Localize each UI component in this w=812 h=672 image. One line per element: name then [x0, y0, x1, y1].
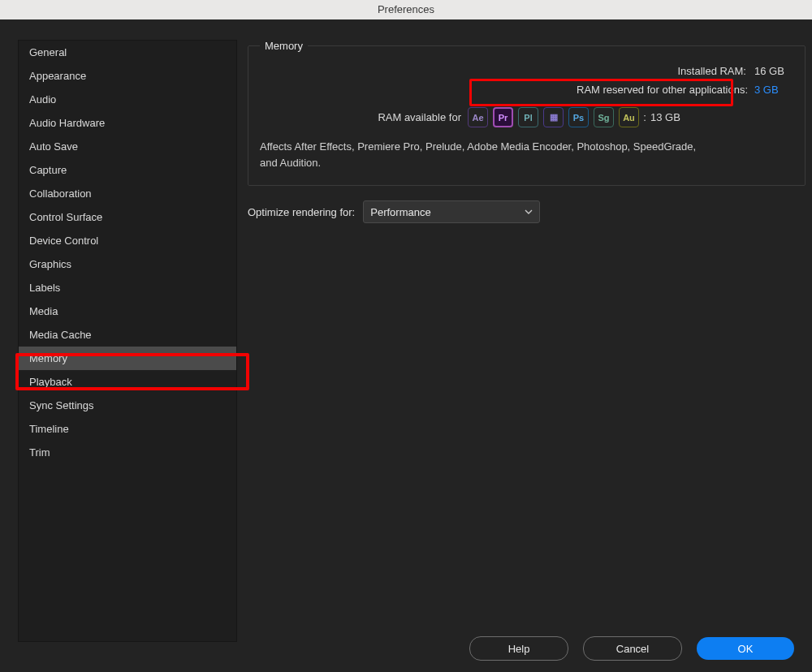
ok-button[interactable]: OK	[697, 637, 794, 660]
sidebar-item-graphics[interactable]: Graphics	[19, 252, 236, 276]
optimize-value: Performance	[370, 206, 430, 218]
available-ram-label: RAM available for	[260, 111, 468, 123]
reserved-ram-label: RAM reserved for other applications:	[260, 84, 754, 96]
sidebar-item-audio-hardware[interactable]: Audio Hardware	[19, 111, 236, 135]
reserved-ram-row: RAM reserved for other applications: 3 G…	[260, 84, 793, 96]
media-encoder-icon: ▦	[543, 107, 564, 127]
reserved-ram-value[interactable]: 3 GB	[754, 84, 793, 96]
optimize-row: Optimize rendering for: Performance	[248, 200, 806, 223]
sidebar-item-appearance[interactable]: Appearance	[19, 64, 236, 88]
memory-note: Affects After Effects, Premiere Pro, Pre…	[260, 139, 715, 170]
cancel-button[interactable]: Cancel	[583, 636, 682, 661]
sidebar-item-general[interactable]: General	[19, 41, 236, 64]
preferences-window: General Appearance Audio Audio Hardware …	[0, 19, 812, 672]
window-title: Preferences	[378, 3, 434, 15]
sidebar-item-audio[interactable]: Audio	[19, 88, 236, 111]
dialog-footer: Help Cancel OK	[0, 635, 812, 662]
memory-group: Memory Installed RAM: 16 GB RAM reserved…	[248, 40, 806, 186]
sidebar-item-collaboration[interactable]: Collaboration	[19, 182, 236, 205]
installed-ram-value: 16 GB	[754, 65, 793, 77]
sidebar-item-trim[interactable]: Trim	[19, 441, 236, 464]
sidebar: General Appearance Audio Audio Hardware …	[18, 40, 237, 642]
sidebar-item-playback[interactable]: Playback	[19, 370, 236, 394]
sidebar-item-media[interactable]: Media	[19, 299, 236, 323]
audition-icon: Au	[619, 107, 639, 127]
content-area: Memory Installed RAM: 16 GB RAM reserved…	[248, 40, 806, 223]
sidebar-item-media-cache[interactable]: Media Cache	[19, 323, 236, 347]
sidebar-item-device-control[interactable]: Device Control	[19, 229, 236, 252]
available-colon: :	[639, 111, 650, 123]
sidebar-item-timeline[interactable]: Timeline	[19, 417, 236, 441]
available-ram-value: 13 GB	[650, 111, 689, 123]
prelude-icon: Pl	[518, 107, 538, 127]
memory-legend: Memory	[260, 40, 308, 52]
installed-ram-label: Installed RAM:	[260, 65, 754, 77]
optimize-select[interactable]: Performance	[363, 200, 540, 223]
available-ram-row: RAM available for Ae Pr Pl ▦ Ps Sg Au : …	[260, 107, 793, 127]
sidebar-item-control-surface[interactable]: Control Surface	[19, 205, 236, 229]
installed-ram-row: Installed RAM: 16 GB	[260, 65, 793, 77]
help-button[interactable]: Help	[469, 636, 568, 661]
sidebar-item-sync-settings[interactable]: Sync Settings	[19, 394, 236, 417]
titlebar: Preferences	[0, 0, 812, 19]
optimize-label: Optimize rendering for:	[248, 206, 355, 218]
photoshop-icon: Ps	[568, 107, 589, 127]
chevron-down-icon	[525, 208, 533, 216]
sidebar-item-labels[interactable]: Labels	[19, 276, 236, 299]
sidebar-item-auto-save[interactable]: Auto Save	[19, 135, 236, 158]
sidebar-item-capture[interactable]: Capture	[19, 158, 236, 182]
speedgrade-icon: Sg	[594, 107, 614, 127]
app-icons: Ae Pr Pl ▦ Ps Sg Au	[468, 107, 639, 127]
sidebar-item-memory[interactable]: Memory	[19, 347, 236, 370]
premiere-pro-icon: Pr	[493, 107, 513, 127]
after-effects-icon: Ae	[468, 107, 488, 127]
